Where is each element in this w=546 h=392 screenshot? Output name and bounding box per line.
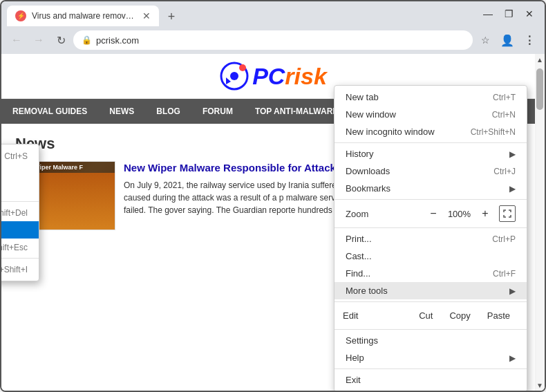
new-tab-button[interactable]: + — [162, 7, 181, 26]
forward-button[interactable]: → — [29, 30, 48, 50]
menu-print[interactable]: Print... Ctrl+P — [335, 230, 527, 248]
logo: PCrisk — [219, 61, 327, 91]
chrome-context-menu: New tab Ctrl+T New window Ctrl+N New inc… — [334, 85, 527, 391]
tab-favicon: ⚡ — [15, 10, 26, 21]
submenu-developer-tools[interactable]: Developer tools Ctrl+Shift+I — [1, 261, 39, 278]
submenu-task-manager[interactable]: Task manager Shift+Esc — [1, 239, 39, 256]
scroll-up-button[interactable]: ▲ — [535, 54, 545, 65]
browser-window: ⚡ Virus and malware removal instr... ✕ +… — [0, 0, 546, 392]
window-controls: — ❐ ✕ — [478, 4, 539, 24]
address-bar: ← → ↻ 🔒 pcrisk.com ☆ 👤 ⋮ — [1, 26, 545, 54]
nav-removal-guides[interactable]: REMOVAL GUIDES — [1, 99, 98, 124]
edit-cut-button[interactable]: Cut — [411, 308, 441, 324]
restore-button[interactable]: ❐ — [499, 4, 518, 24]
svg-marker-3 — [226, 77, 231, 84]
menu-new-window[interactable]: New window Ctrl+N — [335, 106, 527, 123]
menu-history[interactable]: History ▶ — [335, 145, 527, 162]
zoom-fullscreen-button[interactable] — [499, 205, 516, 222]
minimize-button[interactable]: — — [478, 4, 498, 24]
divider-6 — [335, 368, 527, 369]
url-bar[interactable]: 🔒 pcrisk.com — [73, 30, 473, 50]
bookmarks-arrow: ▶ — [509, 184, 516, 194]
scrollbar[interactable]: ▲ ▼ — [535, 54, 545, 391]
nav-news[interactable]: NEWS — [98, 99, 145, 124]
menu-zoom: Zoom − 100% + — [335, 202, 527, 225]
menu-exit[interactable]: Exit — [335, 371, 527, 389]
menu-downloads[interactable]: Downloads Ctrl+J — [335, 162, 527, 180]
bookmark-icon[interactable]: ☆ — [476, 30, 495, 50]
menu-new-tab[interactable]: New tab Ctrl+T — [335, 88, 527, 106]
divider-2 — [335, 199, 527, 200]
tab-close-button[interactable]: ✕ — [142, 10, 151, 21]
refresh-button[interactable]: ↻ — [51, 30, 70, 50]
content-area: PCrisk REMOVAL GUIDES NEWS BLOG FORUM TO… — [1, 54, 545, 391]
nav-blog[interactable]: BLOG — [145, 99, 191, 124]
menu-more-tools[interactable]: More tools ▶ — [335, 282, 527, 299]
address-right-controls: ☆ 👤 ⋮ — [476, 30, 539, 50]
submenu-create-shortcut[interactable]: Create shortcut... — [1, 165, 39, 182]
more-tools-arrow: ▶ — [509, 286, 516, 296]
more-tools-submenu: Save page as... Ctrl+S Create shortcut..… — [1, 144, 39, 281]
edit-paste-button[interactable]: Paste — [479, 308, 518, 324]
submenu-clear-browsing[interactable]: Clear browsing data... Ctrl+Shift+Del — [1, 204, 39, 221]
url-text: pcrisk.com — [96, 35, 139, 46]
submenu-name-window[interactable]: Name window... — [1, 182, 39, 199]
menu-bookmarks[interactable]: Bookmarks ▶ — [335, 180, 527, 197]
zoom-increase-button[interactable]: + — [477, 205, 493, 222]
profile-icon[interactable]: 👤 — [498, 30, 517, 50]
sub-divider-2 — [1, 258, 39, 259]
lock-icon: 🔒 — [82, 35, 92, 45]
zoom-control: − 100% + — [425, 205, 516, 222]
back-button[interactable]: ← — [7, 30, 26, 50]
zoom-decrease-button[interactable]: − — [425, 205, 442, 222]
menu-find[interactable]: Find... Ctrl+F — [335, 265, 527, 282]
history-arrow: ▶ — [509, 149, 516, 159]
menu-settings[interactable]: Settings — [335, 332, 527, 349]
tab-area: ⚡ Virus and malware removal instr... ✕ + — [7, 1, 473, 26]
edit-row: Edit Cut Copy Paste — [335, 304, 527, 327]
logo-pc: PC — [252, 63, 285, 89]
sub-divider-1 — [1, 201, 39, 202]
help-arrow: ▶ — [509, 353, 516, 363]
edit-copy-button[interactable]: Copy — [441, 308, 478, 324]
menu-help[interactable]: Help ▶ — [335, 349, 527, 366]
logo-risk: risk — [285, 63, 327, 89]
divider-3 — [335, 227, 527, 228]
submenu-save-page[interactable]: Save page as... Ctrl+S — [1, 147, 39, 165]
divider-5 — [335, 329, 527, 330]
submenu-extensions[interactable]: Extensions — [1, 221, 39, 239]
active-tab[interactable]: ⚡ Virus and malware removal instr... ✕ — [7, 6, 159, 26]
menu-icon[interactable]: ⋮ — [520, 30, 539, 50]
menu-cast[interactable]: Cast... — [335, 248, 527, 265]
close-button[interactable]: ✕ — [520, 4, 539, 24]
divider-1 — [335, 142, 527, 143]
logo-icon — [219, 61, 250, 91]
menu-new-incognito[interactable]: New incognito window Ctrl+Shift+N — [335, 123, 527, 140]
scroll-track[interactable] — [535, 65, 545, 380]
divider-4 — [335, 301, 527, 302]
svg-point-2 — [239, 64, 246, 71]
svg-point-1 — [230, 72, 238, 80]
nav-forum[interactable]: FORUM — [191, 99, 244, 124]
scroll-thumb[interactable] — [536, 68, 543, 110]
logo-text: PCrisk — [252, 63, 327, 90]
scroll-down-button[interactable]: ▼ — [535, 380, 545, 391]
title-bar: ⚡ Virus and malware removal instr... ✕ +… — [1, 1, 545, 26]
tab-title: Virus and malware removal instr... — [32, 11, 137, 21]
